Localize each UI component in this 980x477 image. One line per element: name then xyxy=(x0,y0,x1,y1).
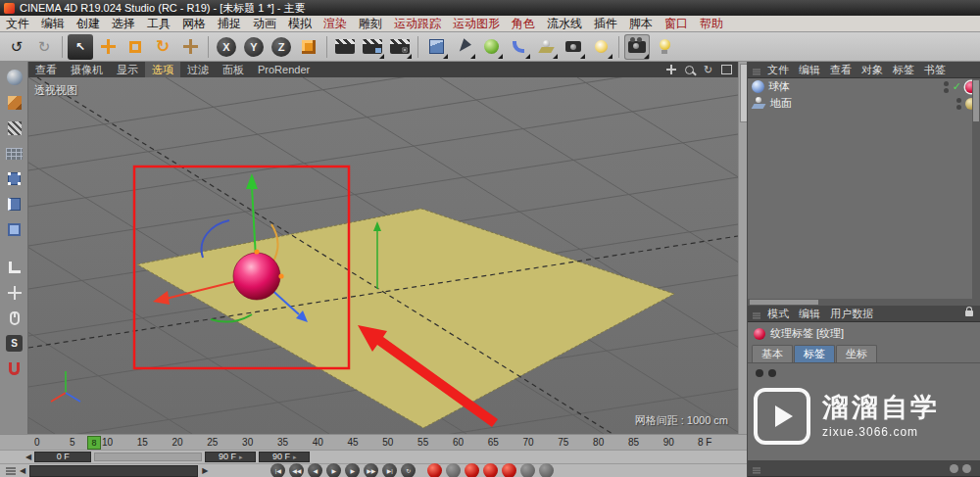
timeline-ruler[interactable]: 05 1015 2025 3035 4045 5055 6065 7075 80… xyxy=(0,434,747,450)
object-row-sphere[interactable]: 球体 ✓ xyxy=(748,78,980,95)
transport-menu-icon[interactable] xyxy=(6,467,16,469)
range-start-field[interactable]: 0 F xyxy=(34,452,91,462)
points-mode-button[interactable] xyxy=(3,167,25,190)
scroll-right-button[interactable]: ▶ xyxy=(202,466,208,475)
ground-plane-object[interactable] xyxy=(137,209,674,428)
enabled-check-icon[interactable]: ✓ xyxy=(953,80,961,93)
viewport-scene[interactable] xyxy=(28,77,738,434)
max-frame-field[interactable]: 90 F▸ xyxy=(259,452,310,462)
panel-menu-icon[interactable] xyxy=(753,467,760,469)
object-list-hscrollbar[interactable] xyxy=(748,299,980,306)
record-rotation-button[interactable] xyxy=(502,463,516,477)
timeline-scroll-track[interactable] xyxy=(29,465,198,477)
menu-mesh[interactable]: 网格 xyxy=(176,16,212,31)
menu-plugins[interactable]: 插件 xyxy=(588,16,623,31)
range-end-field[interactable]: 90 F▸ xyxy=(205,452,256,462)
scene-light-button[interactable] xyxy=(652,34,677,60)
om-menu-tags[interactable]: 标签 xyxy=(889,63,918,77)
am-menu-mode[interactable]: 模式 xyxy=(763,307,793,321)
object-name[interactable]: 球体 xyxy=(768,79,790,94)
viewport-maximize-button[interactable] xyxy=(719,64,734,76)
add-deformer-button[interactable] xyxy=(506,34,531,60)
om-menu-bookmarks[interactable]: 书签 xyxy=(920,63,950,77)
add-generator-button[interactable] xyxy=(478,34,504,60)
menu-window[interactable]: 窗口 xyxy=(659,16,694,31)
last-tool-button[interactable] xyxy=(177,34,203,60)
menu-file[interactable]: 文件 xyxy=(0,16,35,31)
menu-create[interactable]: 创建 xyxy=(71,16,106,31)
enable-axis-button[interactable] xyxy=(3,281,25,304)
x-axis-lock-button[interactable]: X xyxy=(214,34,239,60)
workplane-lock-button[interactable] xyxy=(3,256,25,278)
loop-button[interactable]: ↻ xyxy=(401,463,416,477)
polygons-mode-button[interactable] xyxy=(3,218,25,241)
scale-tool-button[interactable] xyxy=(122,34,148,60)
viewport-pan-button[interactable] xyxy=(663,64,678,76)
menu-snap[interactable]: 捕捉 xyxy=(212,16,247,31)
panel-menu-icon[interactable] xyxy=(753,69,760,71)
quantize-button[interactable] xyxy=(3,358,25,380)
viewport-canvas[interactable]: 透视视图 网格间距 : 1000 cm xyxy=(28,77,738,434)
menu-mograph[interactable]: 运动图形 xyxy=(447,16,506,31)
scroll-left-button[interactable]: ◀ xyxy=(20,466,25,475)
viewport-menu-panel[interactable]: 面板 xyxy=(216,62,251,77)
menu-sculpt[interactable]: 雕刻 xyxy=(353,16,388,31)
goto-end-button[interactable]: ▶| xyxy=(382,463,397,477)
panel-icon[interactable] xyxy=(962,464,971,473)
am-menu-edit[interactable]: 编辑 xyxy=(795,307,824,321)
undo-button[interactable]: ↺ xyxy=(4,34,29,60)
viewport-menu-prorender[interactable]: ProRender xyxy=(251,62,317,77)
tab-coordinates[interactable]: 坐标 xyxy=(836,345,877,362)
keyframe-selection-button[interactable] xyxy=(446,463,461,477)
record-position-button[interactable] xyxy=(465,463,479,477)
sphere-object[interactable] xyxy=(233,253,280,300)
panel-icon[interactable] xyxy=(950,464,958,473)
scene-camera-button[interactable] xyxy=(624,34,650,60)
viewport-menu-display[interactable]: 显示 xyxy=(110,62,145,77)
radius-handle-top[interactable] xyxy=(254,249,259,254)
make-editable-button[interactable] xyxy=(3,66,25,88)
workplane-mode-button[interactable] xyxy=(3,142,25,165)
viewport-menu-view[interactable]: 查看 xyxy=(28,62,64,77)
prev-key-button[interactable]: ◀◀ xyxy=(289,463,304,477)
texture-mode-button[interactable] xyxy=(3,117,25,139)
viewport-rotate-button[interactable]: ↻ xyxy=(701,64,715,76)
snap-toggle-button[interactable]: S xyxy=(3,332,25,355)
menu-pipeline[interactable]: 流水线 xyxy=(541,16,588,31)
record-scale-button[interactable] xyxy=(483,463,498,477)
om-menu-file[interactable]: 文件 xyxy=(763,63,793,77)
visibility-dots[interactable] xyxy=(944,81,949,93)
edges-mode-button[interactable] xyxy=(3,193,25,215)
tab-basic[interactable]: 基本 xyxy=(752,345,793,362)
viewport-menu-camera[interactable]: 摄像机 xyxy=(64,62,110,77)
range-track[interactable] xyxy=(94,453,202,461)
menu-edit[interactable]: 编辑 xyxy=(35,16,71,31)
record-pla-button[interactable] xyxy=(539,463,554,477)
prev-frame-button[interactable]: ◀ xyxy=(308,463,322,477)
object-list-scrollbar[interactable] xyxy=(972,78,980,299)
menu-animate[interactable]: 动画 xyxy=(247,16,282,31)
menu-help[interactable]: 帮助 xyxy=(694,16,729,31)
range-left-arrow[interactable]: ◀ xyxy=(25,453,31,461)
rotate-tool-button[interactable]: ↻ xyxy=(150,34,175,60)
menu-select[interactable]: 选择 xyxy=(106,16,141,31)
add-camera-button[interactable] xyxy=(561,34,586,60)
om-menu-view[interactable]: 查看 xyxy=(826,63,856,77)
next-key-button[interactable]: ▶▶ xyxy=(364,463,378,477)
menu-render[interactable]: 渲染 xyxy=(318,16,353,31)
live-selection-button[interactable]: ↖ xyxy=(68,34,93,60)
render-view-button[interactable] xyxy=(332,34,358,60)
render-picture-viewer-button[interactable] xyxy=(360,34,385,60)
tab-tag[interactable]: 标签 xyxy=(794,345,835,362)
object-row-floor[interactable]: 地面 xyxy=(748,95,980,112)
viewport-menu-filter[interactable]: 过滤 xyxy=(180,62,216,77)
om-menu-objects[interactable]: 对象 xyxy=(858,63,887,77)
record-keyframe-button[interactable] xyxy=(427,463,442,477)
add-primitive-button[interactable] xyxy=(423,34,449,60)
move-tool-button[interactable] xyxy=(95,34,121,60)
menu-character[interactable]: 角色 xyxy=(506,16,541,31)
menu-simulate[interactable]: 模拟 xyxy=(282,16,318,31)
panel-menu-icon[interactable] xyxy=(753,312,760,314)
next-frame-button[interactable]: ▶ xyxy=(345,463,360,477)
z-axis-lock-button[interactable]: Z xyxy=(269,34,294,60)
